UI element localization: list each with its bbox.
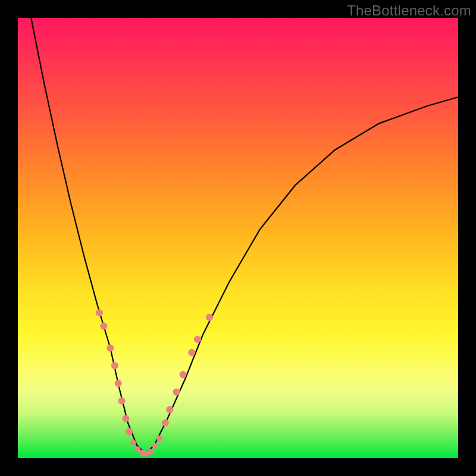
marker-dot <box>96 309 103 317</box>
marker-dot <box>130 440 136 446</box>
chart-svg <box>18 18 458 458</box>
marker-dot <box>206 314 213 321</box>
marker-dot <box>156 436 162 441</box>
marker-dot <box>126 428 133 436</box>
marker-dot <box>152 443 158 449</box>
marker-dot <box>166 406 173 414</box>
bottleneck-curve <box>31 18 458 454</box>
marker-dot <box>115 380 122 387</box>
marker-group <box>96 309 213 457</box>
marker-dot <box>100 322 107 330</box>
marker-dot <box>107 345 114 352</box>
marker-dot <box>173 389 180 396</box>
marker-dot <box>188 349 195 356</box>
marker-dot <box>162 419 169 427</box>
marker-dot <box>148 449 154 455</box>
marker-dot <box>180 371 187 378</box>
plot-area <box>18 18 458 458</box>
watermark-text: TheBottleneck.com <box>347 2 471 19</box>
marker-dot <box>118 397 126 405</box>
marker-dot <box>111 362 118 369</box>
marker-dot <box>122 415 129 422</box>
marker-dot <box>194 336 201 343</box>
chart-container: TheBottleneck.com <box>0 0 476 476</box>
